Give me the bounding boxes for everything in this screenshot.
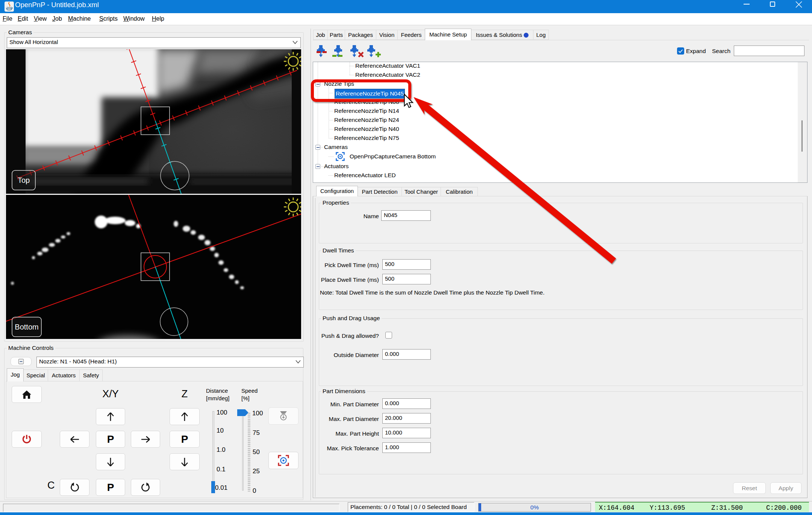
svg-text:Bottom: Bottom — [15, 323, 38, 331]
svg-text:Top: Top — [18, 176, 30, 184]
